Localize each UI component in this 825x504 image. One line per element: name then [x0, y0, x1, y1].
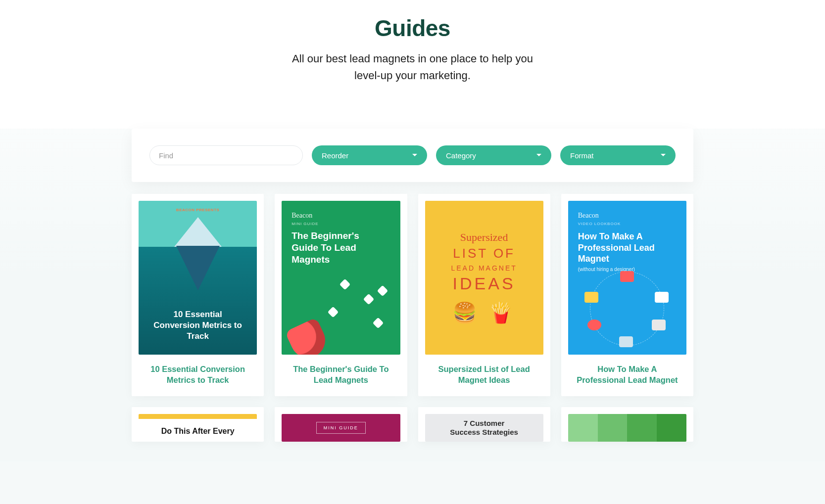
guide-card[interactable]: 7 Customer Success Strategies [418, 407, 550, 442]
guide-card[interactable]: BEACON PRESENTS 10 Essential Conversion … [132, 194, 264, 396]
guide-title: The Beginner's Guide To Lead Magnets [287, 364, 395, 386]
cover-heading: 10 Essential Conversion Metrics to Track [139, 309, 257, 342]
cover-heading: 7 Customer Success Strategies [450, 419, 518, 437]
guide-cover: Supersized LIST OF LEAD MAGNET IDEAS 🍔 🍟 [425, 201, 543, 355]
cover-brand: Beacon [291, 212, 390, 220]
cards-grid: BEACON PRESENTS 10 Essential Conversion … [132, 194, 693, 442]
cover-line: LEAD MAGNET [451, 264, 517, 272]
search-input[interactable] [149, 145, 303, 165]
guide-cover: 7 Customer Success Strategies [425, 414, 543, 442]
cover-heading: The Beginner's Guide To Lead Magnets [291, 230, 386, 265]
cover-heading: Do This After Every [161, 427, 235, 436]
cover-line: Supersized [460, 231, 508, 244]
cover-heading: How To Make A Professional Lead Magnet [578, 231, 677, 265]
category-label: Category [446, 151, 476, 160]
guide-card[interactable]: Beacon VIDEO LOOKBOOK How To Make A Prof… [561, 194, 693, 396]
guide-title: How To Make A Professional Lead Magnet [573, 364, 681, 386]
category-select[interactable]: Category [436, 145, 551, 165]
filter-bar: Reorder Category Format [132, 129, 693, 182]
guide-title: Supersized List of Lead Magnet Ideas [430, 364, 538, 386]
cover-sub: VIDEO LOOKBOOK [578, 222, 677, 226]
chevron-down-icon [535, 152, 542, 159]
chevron-down-icon [660, 152, 667, 159]
guide-card[interactable]: Supersized LIST OF LEAD MAGNET IDEAS 🍔 🍟… [418, 194, 550, 396]
cover-brand: Beacon [578, 212, 677, 220]
page-subtitle: All our best lead magnets in one place t… [10, 50, 815, 84]
cover-line: IDEAS [453, 274, 516, 293]
emoji-icon: 🍔 🍟 [452, 301, 516, 324]
reorder-label: Reorder [322, 151, 348, 160]
guide-card[interactable]: Beacon MINI GUIDE The Beginner's Guide T… [275, 194, 407, 396]
reorder-select[interactable]: Reorder [312, 145, 427, 165]
guide-card[interactable]: Do This After Every [132, 407, 264, 442]
guide-cover: Beacon VIDEO LOOKBOOK How To Make A Prof… [568, 201, 686, 355]
ring-icon [590, 272, 664, 346]
format-label: Format [570, 151, 594, 160]
guide-cover: MINI GUIDE [282, 414, 400, 442]
chevron-down-icon [411, 152, 418, 159]
cover-line: LIST OF [453, 246, 515, 261]
iceberg-icon [174, 217, 222, 247]
page-title: Guides [10, 15, 815, 42]
guide-cover: Beacon MINI GUIDE The Beginner's Guide T… [282, 201, 400, 355]
guide-cover [568, 414, 686, 442]
cover-brand: BEACON PRESENTS [176, 208, 220, 212]
magnet-icon [285, 317, 331, 355]
cover-heading: MINI GUIDE [316, 422, 366, 434]
guide-card[interactable] [561, 407, 693, 442]
cover-art [282, 270, 400, 355]
cover-sub: MINI GUIDE [291, 222, 390, 226]
guide-title: 10 Essential Conversion Metrics to Track [144, 364, 252, 386]
guide-cover: Do This After Every [139, 414, 257, 442]
guide-card[interactable]: MINI GUIDE [275, 407, 407, 442]
format-select[interactable]: Format [560, 145, 676, 165]
hero: Guides All our best lead magnets in one … [0, 0, 825, 129]
guide-cover: BEACON PRESENTS 10 Essential Conversion … [139, 201, 257, 355]
